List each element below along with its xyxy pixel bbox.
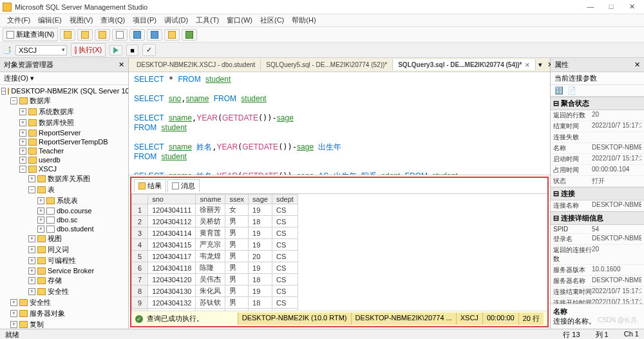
toggle-icon[interactable]: + bbox=[19, 130, 26, 137]
menu-window[interactable]: 窗口(W) bbox=[223, 14, 256, 26]
menu-query[interactable]: 查询(Q) bbox=[97, 14, 128, 26]
subnode[interactable]: +同义词 bbox=[0, 244, 128, 255]
toggle-icon[interactable]: + bbox=[37, 208, 44, 215]
tab-1[interactable]: DESKTOP-NBME2IK.XSCJ - dbo.student bbox=[131, 59, 261, 70]
table-row[interactable]: 71204304120吴伟杰男18CS bbox=[132, 274, 298, 286]
sort-icon[interactable]: 🔢 bbox=[554, 86, 564, 95]
table-row[interactable]: 41204304115严充宗男19CS bbox=[132, 239, 298, 251]
tab-2[interactable]: SQLQuery5.sql - DE...ME2IK\20774 (52))* bbox=[261, 59, 393, 70]
menu-community[interactable]: 社区(C) bbox=[257, 14, 287, 26]
parse-button[interactable]: ✓ bbox=[142, 44, 156, 56]
toolbar-btn-8[interactable] bbox=[164, 29, 180, 41]
root-node[interactable]: +复制 bbox=[0, 319, 128, 329]
table-row[interactable]: 31204304114黄育莲男19CS bbox=[132, 228, 298, 239]
toggle-icon[interactable]: + bbox=[28, 246, 35, 253]
toggle-icon[interactable]: + bbox=[19, 157, 26, 164]
stop-button[interactable]: ■ bbox=[126, 44, 138, 56]
subnode[interactable]: +安全性 bbox=[0, 286, 128, 297]
menu-tools[interactable]: 工具(T) bbox=[193, 14, 222, 26]
toolbar-btn-2[interactable] bbox=[60, 29, 75, 41]
db-node[interactable]: +Teacher bbox=[0, 146, 128, 155]
db-node[interactable]: +userdb bbox=[0, 155, 128, 164]
prop-row[interactable]: 名称DESKTOP-NBME2IK bbox=[551, 143, 644, 154]
debug-button[interactable] bbox=[109, 45, 122, 55]
menu-view[interactable]: 视图(V) bbox=[66, 14, 97, 26]
prop-row[interactable]: 连接失败 bbox=[551, 132, 644, 143]
toggle-icon[interactable]: + bbox=[37, 217, 44, 224]
tab-dropdown-icon[interactable]: ▾ bbox=[536, 61, 545, 69]
toggle-icon[interactable]: + bbox=[37, 226, 44, 233]
subnode[interactable]: +可编程性 bbox=[0, 255, 128, 266]
results-grid[interactable]: snosnamessexsagesdept 11204304111徐丽芳女19C… bbox=[131, 194, 298, 311]
toggle-icon[interactable]: + bbox=[28, 175, 35, 182]
toggle-icon[interactable]: + bbox=[37, 197, 44, 204]
subnode[interactable]: +存储 bbox=[0, 275, 128, 286]
toolbar-btn-9[interactable] bbox=[182, 29, 197, 41]
server-node[interactable]: −DESKTOP-NBME2IK (SQL Server 10.0.160 bbox=[0, 86, 128, 95]
menu-edit[interactable]: 编辑(E) bbox=[35, 14, 65, 26]
db-node[interactable]: +数据库快照 bbox=[0, 117, 128, 128]
toggle-icon[interactable]: + bbox=[28, 267, 35, 275]
objexp-connect[interactable]: 连接(O) ▾ bbox=[0, 72, 128, 85]
table-row[interactable]: 91204304132苏钛钦男18CS bbox=[132, 297, 298, 309]
toggle-icon[interactable]: − bbox=[28, 186, 35, 193]
db-node[interactable]: +ReportServer bbox=[0, 128, 128, 137]
root-node[interactable]: +服务器对象 bbox=[0, 308, 128, 319]
toggle-icon[interactable]: + bbox=[19, 148, 26, 155]
subnode[interactable]: +视图 bbox=[0, 233, 128, 244]
tab-close-icon[interactable]: ✕ bbox=[525, 62, 530, 68]
db-node-xscj[interactable]: −XSCJ bbox=[0, 164, 128, 173]
toggle-icon[interactable]: + bbox=[28, 235, 35, 242]
prop-row[interactable]: 返回的连接行数20 bbox=[551, 245, 644, 265]
db-selector[interactable]: XSCJ bbox=[15, 45, 67, 55]
toolbar-save[interactable] bbox=[129, 29, 145, 41]
menu-help[interactable]: 帮助(H) bbox=[289, 14, 319, 26]
table-row[interactable]: 81204304130朱化凤男19CS bbox=[132, 286, 298, 297]
toolbar-btn-4[interactable] bbox=[95, 29, 110, 41]
toggle-icon[interactable]: + bbox=[10, 321, 17, 328]
new-query-button[interactable]: 新建查询(N) bbox=[3, 28, 58, 41]
menu-project[interactable]: 项目(P) bbox=[129, 14, 160, 26]
tab-3[interactable]: SQLQuery3.sql - DE...ME2IK\20774 (54))*✕ bbox=[393, 59, 535, 70]
toolbar-btn-5[interactable] bbox=[112, 29, 128, 41]
tab-results[interactable]: 结果 bbox=[134, 179, 166, 192]
toggle-icon[interactable]: + bbox=[28, 257, 35, 264]
execute-button[interactable]: !执行(X) bbox=[71, 43, 106, 57]
table-row[interactable]: 21204304112吴桥纺男18CS bbox=[132, 216, 298, 228]
prop-row[interactable]: 结束时间2022/10/7 15:17:38 bbox=[551, 121, 644, 132]
subnode[interactable]: +Service Broker bbox=[0, 266, 128, 275]
table-row[interactable]: 61204304118陈隆男19CS bbox=[132, 262, 298, 274]
systable-node[interactable]: +系统表 bbox=[0, 195, 128, 206]
sql-editor[interactable]: SELECT * FROM student SELECT sno,sname F… bbox=[129, 72, 550, 175]
menu-file[interactable]: 文件(F) bbox=[4, 14, 33, 26]
minimize-button[interactable]: — bbox=[581, 1, 600, 13]
prop-row[interactable]: 连接结束时间2022/10/7 15:17:38 bbox=[551, 287, 644, 298]
prop-row[interactable]: 占用时间00:00:00.104 bbox=[551, 165, 644, 176]
prop-row[interactable]: 服务器版本10.0.1600 bbox=[551, 265, 644, 276]
table-node[interactable]: +dbo.student bbox=[0, 224, 128, 233]
table-node[interactable]: +dbo.course bbox=[0, 206, 128, 215]
panel-close-icon[interactable]: ✕ bbox=[634, 61, 640, 69]
prop-row[interactable]: SPID54 bbox=[551, 225, 644, 234]
table-node[interactable]: +dbo.sc bbox=[0, 215, 128, 224]
toggle-icon[interactable]: + bbox=[19, 119, 26, 126]
close-button[interactable]: ✕ bbox=[622, 1, 641, 13]
db-node[interactable]: +ReportServerTempDB bbox=[0, 137, 128, 146]
tables-node[interactable]: −表 bbox=[0, 184, 128, 195]
cat-icon[interactable]: 📄 bbox=[567, 86, 576, 95]
panel-close-icon[interactable]: ✕ bbox=[118, 61, 124, 69]
tab-messages[interactable]: 消息 bbox=[167, 179, 200, 192]
maximize-button[interactable]: □ bbox=[601, 1, 621, 13]
table-row[interactable]: 11204304111徐丽芳女19CS bbox=[132, 204, 298, 216]
prop-row[interactable]: 连接开始时间2022/10/7 15:17:38 bbox=[551, 298, 644, 304]
prop-row[interactable]: 登录名DESKTOP-NBME2IK bbox=[551, 234, 644, 245]
menu-debug[interactable]: 调试(D) bbox=[161, 14, 191, 26]
prop-row[interactable]: 连接名称DESKTOP-NBME2IK bbox=[551, 200, 644, 211]
toolbar-saveall[interactable] bbox=[147, 29, 162, 41]
prop-row[interactable]: 状态打开 bbox=[551, 176, 644, 187]
table-row[interactable]: 51204304117韦龙煌男20CS bbox=[132, 251, 298, 262]
toggle-icon[interactable]: − bbox=[19, 166, 26, 173]
prop-row[interactable]: 返回的行数20 bbox=[551, 110, 644, 121]
root-node[interactable]: +安全性 bbox=[0, 297, 128, 308]
toggle-icon[interactable]: − bbox=[1, 88, 6, 95]
